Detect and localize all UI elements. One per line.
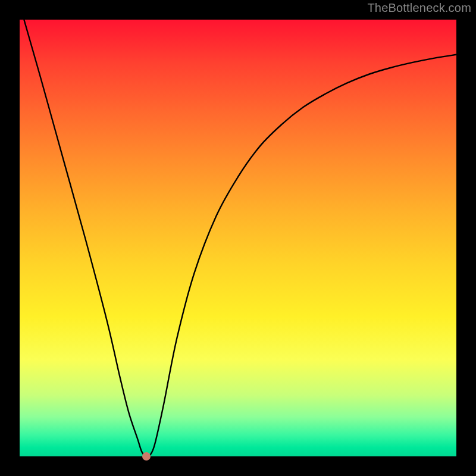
chart-frame: TheBottleneck.com <box>0 0 476 476</box>
bottleneck-curve <box>20 20 456 456</box>
watermark-text: TheBottleneck.com <box>367 1 471 15</box>
current-config-marker <box>142 452 151 461</box>
plot-area <box>20 20 456 456</box>
